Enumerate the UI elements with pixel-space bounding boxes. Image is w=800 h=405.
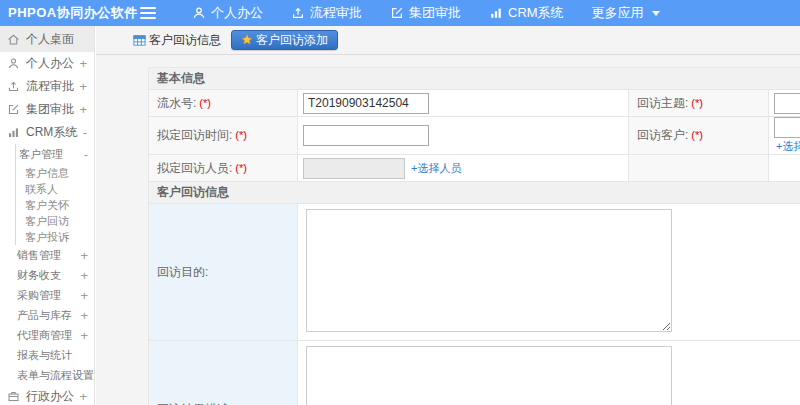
caret-down-icon xyxy=(652,11,660,16)
briefcase-icon xyxy=(7,390,20,403)
collapse-toggle[interactable]: - xyxy=(82,147,88,162)
purpose-cell xyxy=(298,204,800,341)
grid-icon xyxy=(133,34,146,47)
sidebar-item-label: 集团审批 xyxy=(26,101,77,118)
user-icon xyxy=(192,6,206,20)
purpose-label: 回访目的: xyxy=(149,204,298,341)
tab-bar: 客户回访信息 客户回访添加 xyxy=(96,26,800,55)
user-icon xyxy=(7,57,20,70)
tab-label: 客户回访添加 xyxy=(256,32,328,49)
section-header-basic-info: 基本信息 xyxy=(149,68,800,90)
sidebar-item-label: 流程审批 xyxy=(26,78,77,95)
flow-icon xyxy=(291,6,305,20)
customer-mgmt-group: 客户管理 - 客户信息 联系人 客户关怀 客户回访 客户投诉 xyxy=(15,144,94,245)
sidebar-item-customer-mgmt[interactable]: 客户管理 - xyxy=(16,144,94,165)
sidebar-item-desktop[interactable]: 个人桌面 xyxy=(0,26,94,52)
empty-label-cell xyxy=(629,155,769,182)
form-panel: 基本信息 流水号:(*) 回访主题:(*) xyxy=(148,67,800,405)
nav-label: 个人办公 xyxy=(211,4,263,22)
sidebar-item-customer-care[interactable]: 客户关怀 xyxy=(16,197,94,213)
nav-label: CRM系统 xyxy=(508,4,564,22)
expand-toggle[interactable]: + xyxy=(78,308,88,323)
nav-crm-system[interactable]: CRM系统 xyxy=(475,0,578,26)
sidebar-item-label: 行政办公 xyxy=(26,388,77,405)
topic-cell xyxy=(769,90,800,117)
sidebar-item-label: 个人桌面 xyxy=(26,31,87,48)
nav-label: 集团审批 xyxy=(409,4,461,22)
person-label: 拟定回访人员:(*) xyxy=(149,155,298,182)
time-input[interactable] xyxy=(303,125,429,146)
sidebar-item-label: 采购管理 xyxy=(17,288,78,303)
expand-toggle[interactable]: + xyxy=(78,248,88,263)
serial-cell xyxy=(298,90,629,117)
customer-label: 回访客户:(*) xyxy=(629,117,769,155)
sidebar-item-sales-mgmt[interactable]: 销售管理 + xyxy=(0,245,94,265)
edit-icon xyxy=(7,103,20,116)
sidebar-item-crm-system[interactable]: CRM系统 - xyxy=(0,121,94,144)
content-area: 客户回访信息 客户回访添加 基本信息 流水号:(*) xyxy=(96,26,800,405)
serial-input[interactable] xyxy=(303,93,429,114)
expand-toggle[interactable]: + xyxy=(77,79,87,94)
result-cell xyxy=(298,341,800,405)
expand-toggle[interactable]: + xyxy=(77,102,87,117)
tab-label: 客户回访信息 xyxy=(149,32,221,49)
nav-workflow-approval[interactable]: 流程审批 xyxy=(277,0,376,26)
time-cell xyxy=(298,117,629,155)
chart-icon xyxy=(489,6,503,20)
topic-input[interactable] xyxy=(774,93,800,114)
star-add-icon xyxy=(241,34,253,46)
required-mark: (*) xyxy=(691,129,703,141)
nav-personal-office[interactable]: 个人办公 xyxy=(178,0,277,26)
expand-toggle[interactable]: + xyxy=(78,328,88,343)
app-window: PHPOA协同办公软件 个人办公 流程审批 集团审批 xyxy=(0,0,800,405)
customer-input[interactable] xyxy=(774,117,800,138)
select-person-link[interactable]: +选择人员 xyxy=(411,162,461,174)
tab-callback-list[interactable]: 客户回访信息 xyxy=(133,32,221,49)
sidebar-item-personal-office[interactable]: 个人办公 + xyxy=(0,52,94,75)
result-label: 回访结果描述: xyxy=(149,341,298,405)
sidebar-item-label: 代理商管理 xyxy=(17,328,78,343)
nav-group-approval[interactable]: 集团审批 xyxy=(376,0,475,26)
sidebar-item-customer-info[interactable]: 客户信息 xyxy=(16,165,94,181)
purpose-textarea[interactable] xyxy=(306,209,672,332)
sidebar-item-workflow-approval[interactable]: 流程审批 + xyxy=(0,75,94,98)
collapse-toggle[interactable]: - xyxy=(81,125,87,140)
sidebar-item-agent-mgmt[interactable]: 代理商管理 + xyxy=(0,325,94,345)
required-mark: (*) xyxy=(691,97,703,109)
nav-label: 更多应用 xyxy=(592,4,644,22)
crm-submenu: 客户管理 - 客户信息 联系人 客户关怀 客户回访 客户投诉 销售管理 + 财务… xyxy=(0,144,94,385)
topbar: PHPOA协同办公软件 个人办公 流程审批 集团审批 xyxy=(0,0,800,26)
expand-toggle[interactable]: + xyxy=(78,268,88,283)
result-textarea[interactable] xyxy=(306,346,672,405)
sidebar-item-purchasing[interactable]: 采购管理 + xyxy=(0,285,94,305)
person-input[interactable] xyxy=(303,158,405,179)
tab-callback-add[interactable]: 客户回访添加 xyxy=(231,30,338,50)
select-company-link[interactable]: +选择企业 xyxy=(776,139,800,154)
sidebar-item-contacts[interactable]: 联系人 xyxy=(16,181,94,197)
hamburger-icon[interactable] xyxy=(140,7,156,19)
expand-toggle[interactable]: + xyxy=(78,288,88,303)
sidebar-item-reports-stats[interactable]: 报表与统计 xyxy=(0,345,94,365)
section-header-callback-info: 客户回访信息 xyxy=(149,182,800,204)
callback-form-table: 基本信息 流水号:(*) 回访主题:(*) xyxy=(148,67,800,405)
sidebar: 个人桌面 个人办公 + 流程审批 + 集团审批 + xyxy=(0,26,95,405)
required-mark: (*) xyxy=(199,97,211,109)
app-logo[interactable]: PHPOA协同办公软件 xyxy=(0,4,138,22)
expand-toggle[interactable]: + xyxy=(77,389,87,404)
sidebar-item-admin-office[interactable]: 行政办公 + xyxy=(0,385,94,405)
sidebar-item-label: 表单与流程设置 xyxy=(17,368,94,383)
sidebar-item-products-inventory[interactable]: 产品与库存 + xyxy=(0,305,94,325)
sidebar-item-group-approval[interactable]: 集团审批 + xyxy=(0,98,94,121)
required-mark: (*) xyxy=(235,129,247,141)
sidebar-item-label: 个人办公 xyxy=(26,55,77,72)
sidebar-item-customer-callback[interactable]: 客户回访 xyxy=(16,213,94,229)
sidebar-item-finance[interactable]: 财务收支 + xyxy=(0,265,94,285)
person-cell: +选择人员 xyxy=(298,155,629,182)
nav-more-apps[interactable]: 更多应用 xyxy=(578,0,674,26)
sidebar-item-customer-complaint[interactable]: 客户投诉 xyxy=(16,229,94,245)
sidebar-item-label: 客户管理 xyxy=(19,147,82,162)
expand-toggle[interactable]: + xyxy=(77,56,87,71)
sidebar-item-form-flow-settings[interactable]: 表单与流程设置 + xyxy=(0,365,94,385)
chart-icon xyxy=(7,126,20,139)
nav-label: 流程审批 xyxy=(310,4,362,22)
